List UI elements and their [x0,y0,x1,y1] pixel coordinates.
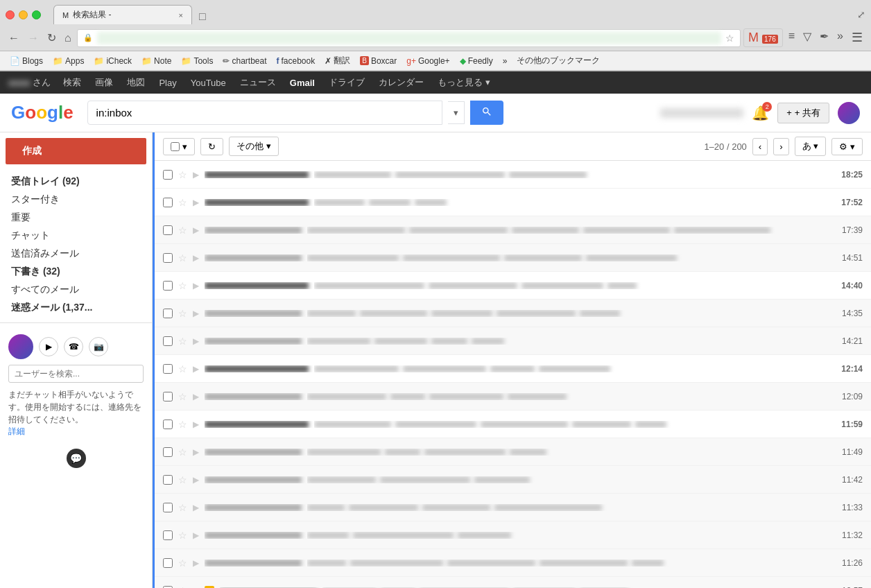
compose-button[interactable]: 作成 [6,138,146,164]
email-row[interactable]: ☆▶11:32 [155,521,871,549]
email-row[interactable]: ☆▶14:21 [155,327,871,355]
select-all-button[interactable]: ▾ [163,138,195,155]
email-important-icon[interactable]: ▶ [193,392,199,401]
ext2-icon[interactable]: ▽ [800,28,814,47]
prev-page-button[interactable]: ‹ [752,138,768,155]
email-star-icon[interactable]: ☆ [178,474,187,485]
browser-menu-button[interactable]: ☰ [849,28,865,47]
email-checkbox[interactable] [163,447,173,457]
email-star-icon[interactable]: ☆ [178,447,187,458]
nav-youtube[interactable]: YouTube [184,74,233,92]
email-checkbox[interactable] [163,503,173,512]
ext4-icon[interactable]: » [834,28,846,47]
more-actions-button[interactable]: その他 ▾ [229,137,279,156]
email-row[interactable]: ☆▶11:49 [155,438,871,466]
bookmark-feedly[interactable]: ◆ Feedly [456,55,497,67]
email-checkbox[interactable] [163,392,173,401]
nav-drive[interactable]: ドライブ [322,72,372,93]
chat-phone-button[interactable]: ☎ [64,337,83,356]
email-checkbox[interactable] [163,170,173,180]
email-checkbox[interactable] [163,225,173,235]
nav-images[interactable]: 画像 [88,72,120,93]
email-important-icon[interactable]: ▶ [193,475,199,485]
notification-button[interactable]: 🔔 2 [752,105,769,121]
bookmark-icheck[interactable]: 📁 iCheck [89,55,136,67]
language-button[interactable]: あ ▾ [795,137,827,156]
email-star-icon[interactable]: ☆ [178,252,187,263]
chat-video-button[interactable]: ▶ [39,337,58,356]
bookmark-chartbeat[interactable]: ✏ chartbeat [218,55,270,67]
email-important-icon[interactable]: ▶ [193,447,199,457]
email-row[interactable]: ☆▶17:52 [155,189,871,216]
sidebar-item-starred[interactable]: スター付き [0,191,152,209]
email-row[interactable]: ☆▶12:09 [155,383,871,410]
email-row[interactable]: ☆▶17:39 [155,216,871,244]
bookmark-tools[interactable]: 📁 Tools [177,55,217,67]
ext1-icon[interactable]: ≡ [786,28,797,47]
email-star-icon[interactable]: ☆ [178,336,187,347]
bookmark-translate[interactable]: ✗ 翻訳 [320,53,354,68]
email-important-icon[interactable]: ▶ [193,336,199,346]
share-button[interactable]: + + 共有 [777,103,829,123]
bookmark-blogs[interactable]: 📄 Blogs [6,55,47,67]
email-row[interactable]: ☆▶12:14 [155,355,871,383]
sidebar-item-drafts[interactable]: 下書き (32) [0,263,152,281]
email-checkbox[interactable] [163,198,173,207]
email-row[interactable]: ☆▶11:42 [155,466,871,494]
email-row[interactable]: ☆▶18:25 [155,161,871,189]
chat-detail-link[interactable]: 詳細 [8,426,25,436]
gmail-extension-icon[interactable]: M 176 [743,28,783,47]
close-window-button[interactable] [6,10,15,19]
nav-maps[interactable]: 地図 [120,72,152,93]
email-checkbox[interactable] [163,530,173,540]
email-star-icon[interactable]: ☆ [178,280,187,291]
email-checkbox[interactable] [163,336,173,346]
email-important-icon[interactable]: ▶ [193,198,199,207]
email-important-icon[interactable]: ▶ [193,170,199,180]
bookmark-apps[interactable]: 📁 Apps [49,55,88,67]
bookmark-other[interactable]: その他のブックマーク [512,53,604,68]
email-checkbox[interactable] [163,420,173,429]
email-star-icon[interactable]: ☆ [178,419,187,430]
sidebar-item-important[interactable]: 重要 [0,209,152,227]
email-checkbox[interactable] [163,253,173,263]
search-button[interactable] [470,101,503,125]
email-important-icon[interactable]: ▶ [193,364,199,374]
select-dropdown-icon[interactable]: ▾ [182,141,187,152]
email-important-icon[interactable]: ▶ [193,530,199,540]
next-page-button[interactable]: › [773,138,788,155]
email-star-icon[interactable]: ☆ [178,391,187,402]
bookmark-star-icon[interactable]: ☆ [725,33,734,44]
nav-search[interactable]: 検索 [56,72,88,93]
active-tab[interactable]: M 検索結果 - × [53,5,192,24]
bookmark-facebook[interactable]: f facebook [273,55,320,67]
email-checkbox[interactable] [163,309,173,318]
forward-button[interactable]: → [25,31,42,46]
new-tab-button[interactable]: □ [195,9,210,24]
email-important-icon[interactable]: ▶ [193,586,199,589]
select-all-checkbox[interactable] [171,142,180,151]
email-row[interactable]: ☆▶11:59 [155,410,871,438]
search-dropdown-button[interactable]: ▾ [448,101,465,124]
email-important-icon[interactable]: ▶ [193,281,199,291]
email-checkbox[interactable] [163,475,173,485]
email-star-icon[interactable]: ☆ [178,308,187,319]
sidebar-item-sent[interactable]: 送信済みメール [0,245,152,263]
email-checkbox[interactable] [163,281,173,291]
email-row[interactable]: ☆▶11:26 [155,549,871,577]
sidebar-item-spam[interactable]: 迷惑メール (1,37... [0,299,152,317]
ext3-icon[interactable]: ✒ [817,28,831,47]
email-row[interactable]: ☆▶10:57 [155,577,871,588]
bookmark-note[interactable]: 📁 Note [137,55,175,67]
nav-play[interactable]: Play [152,74,183,92]
bookmark-googleplus[interactable]: g+ Google+ [402,55,454,67]
chat-toggle-button[interactable]: 💬 [67,449,86,468]
email-star-icon[interactable]: ☆ [178,530,187,541]
nav-news[interactable]: ニュース [233,72,283,93]
window-fullscreen-button[interactable]: ⤢ [857,9,865,20]
email-checkbox[interactable] [163,558,173,568]
settings-button[interactable]: ⚙ ▾ [831,138,863,155]
nav-gmail[interactable]: Gmail [283,74,322,92]
nav-calendar[interactable]: カレンダー [372,72,431,93]
email-important-icon[interactable]: ▶ [193,420,199,429]
